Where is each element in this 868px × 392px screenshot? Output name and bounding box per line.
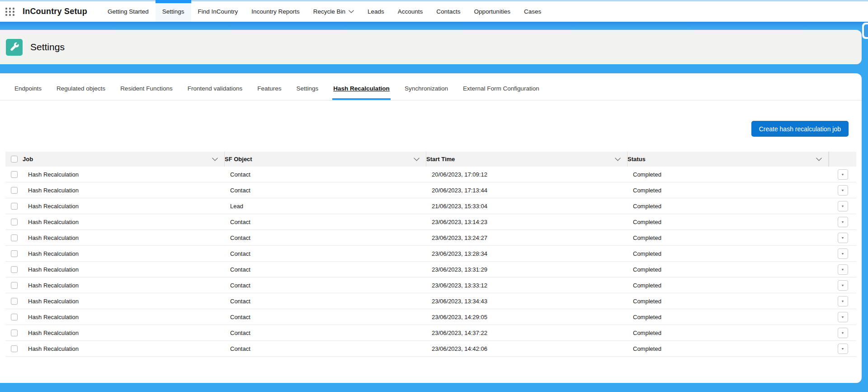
- column-header-job[interactable]: Job: [23, 152, 225, 167]
- row-actions-button[interactable]: ▼: [838, 312, 848, 322]
- sf-object-cell: Contact: [225, 330, 426, 336]
- nav-item-label: Find InCountry: [198, 8, 238, 15]
- table-row[interactable]: Hash Recalculation Lead 21/06/2023, 15:3…: [5, 198, 856, 214]
- tab-synchronization[interactable]: Synchronization: [404, 85, 449, 100]
- chevron-down-icon[interactable]: [212, 158, 218, 161]
- create-hash-recalculation-job-button[interactable]: Create hash recalculation job: [751, 121, 849, 137]
- nav-items: Getting Started Settings Find InCountry …: [101, 1, 548, 22]
- row-actions-button[interactable]: ▼: [838, 233, 848, 243]
- job-cell: Hash Recalculation: [23, 314, 225, 320]
- row-checkbox[interactable]: [11, 282, 18, 289]
- caret-down-icon: ▼: [841, 205, 844, 208]
- start-time-cell: 23/06/2023, 13:24:27: [426, 234, 627, 241]
- table-row[interactable]: Hash Recalculation Contact 23/06/2023, 1…: [5, 341, 856, 357]
- row-checkbox[interactable]: [11, 219, 18, 225]
- nav-item-recycle-bin[interactable]: Recycle Bin: [307, 1, 361, 22]
- row-actions-button[interactable]: ▼: [838, 249, 848, 259]
- tab-external-form-configuration[interactable]: External Form Configuration: [462, 85, 540, 100]
- status-cell: Completed: [627, 250, 829, 257]
- row-checkbox[interactable]: [11, 171, 18, 178]
- table-row[interactable]: Hash Recalculation Contact 20/06/2023, 1…: [5, 182, 856, 198]
- table-header-row: Job SF Object Start Time Status: [5, 152, 856, 167]
- tab-features[interactable]: Features: [256, 85, 282, 100]
- table-row[interactable]: Hash Recalculation Contact 23/06/2023, 1…: [5, 309, 856, 325]
- chevron-down-icon[interactable]: [615, 158, 621, 161]
- tab-resident-functions[interactable]: Resident Functions: [119, 85, 174, 100]
- start-time-cell: 23/06/2023, 14:29:05: [426, 314, 627, 320]
- sf-object-cell: Lead: [225, 203, 426, 210]
- status-cell: Completed: [627, 187, 829, 194]
- row-actions-button[interactable]: ▼: [838, 201, 848, 211]
- row-actions-button[interactable]: ▼: [838, 328, 848, 338]
- nav-item-find-incountry[interactable]: Find InCountry: [191, 1, 245, 22]
- caret-down-icon: ▼: [841, 236, 844, 239]
- caret-down-icon: ▼: [841, 268, 844, 271]
- row-checkbox[interactable]: [11, 345, 18, 352]
- caret-down-icon: ▼: [841, 220, 844, 224]
- row-actions-button[interactable]: ▼: [838, 296, 848, 306]
- table-row[interactable]: Hash Recalculation Contact 23/06/2023, 1…: [5, 325, 856, 341]
- column-header-sf-object[interactable]: SF Object: [225, 152, 426, 167]
- column-header-status[interactable]: Status: [627, 152, 829, 167]
- row-actions-button[interactable]: ▼: [838, 169, 848, 180]
- table-row[interactable]: Hash Recalculation Contact 23/06/2023, 1…: [5, 246, 856, 262]
- start-time-cell: 20/06/2023, 17:09:12: [426, 171, 627, 178]
- nav-item-accounts[interactable]: Accounts: [391, 1, 430, 22]
- start-time-cell: 20/06/2023, 17:13:44: [426, 187, 627, 194]
- status-cell: Completed: [627, 330, 829, 336]
- table-row[interactable]: Hash Recalculation Contact 23/06/2023, 1…: [5, 214, 856, 230]
- nav-item-cases[interactable]: Cases: [517, 1, 548, 22]
- app-launcher-icon[interactable]: [5, 6, 15, 17]
- tab-endpoints[interactable]: Endpoints: [14, 85, 42, 100]
- select-all-checkbox[interactable]: [11, 156, 18, 163]
- job-cell: Hash Recalculation: [23, 234, 225, 241]
- nav-item-label: Contacts: [436, 8, 460, 15]
- sf-object-cell: Contact: [225, 250, 426, 257]
- table-row[interactable]: Hash Recalculation Contact 23/06/2023, 1…: [5, 230, 856, 246]
- row-actions-button[interactable]: ▼: [838, 344, 848, 354]
- row-actions-button[interactable]: ▼: [838, 264, 848, 275]
- row-checkbox[interactable]: [11, 203, 18, 210]
- job-cell: Hash Recalculation: [23, 203, 225, 210]
- chevron-down-icon[interactable]: [349, 10, 354, 13]
- app-window: InCountry Setup Getting Started Settings…: [0, 0, 868, 392]
- tab-frontend-validations[interactable]: Frontend validations: [187, 85, 244, 100]
- nav-item-contacts[interactable]: Contacts: [429, 1, 467, 22]
- start-time-cell: 23/06/2023, 13:14:23: [426, 219, 627, 225]
- sf-object-cell: Contact: [225, 219, 426, 225]
- status-cell: Completed: [627, 345, 829, 352]
- column-header-start-time[interactable]: Start Time: [426, 152, 627, 167]
- row-checkbox[interactable]: [11, 187, 18, 194]
- row-actions-button[interactable]: ▼: [838, 217, 848, 227]
- nav-item-label: Recycle Bin: [313, 8, 345, 15]
- chevron-down-icon[interactable]: [816, 158, 822, 161]
- row-checkbox[interactable]: [11, 298, 18, 305]
- row-checkbox[interactable]: [11, 234, 18, 241]
- row-checkbox[interactable]: [11, 250, 18, 257]
- edge-widget-partial[interactable]: [862, 23, 868, 39]
- nav-item-settings[interactable]: Settings: [156, 1, 191, 22]
- nav-item-label: Incountry Reports: [251, 8, 300, 15]
- row-checkbox[interactable]: [11, 330, 18, 336]
- table-row[interactable]: Hash Recalculation Contact 23/06/2023, 1…: [5, 262, 856, 277]
- row-checkbox[interactable]: [11, 266, 18, 273]
- nav-item-getting-started[interactable]: Getting Started: [101, 1, 156, 22]
- tab-regulated-objects[interactable]: Regulated objects: [56, 85, 106, 100]
- column-header-label: Start Time: [426, 156, 455, 163]
- nav-item-opportunities[interactable]: Opportunities: [467, 1, 517, 22]
- row-actions-button[interactable]: ▼: [838, 280, 848, 291]
- row-actions-button[interactable]: ▼: [838, 185, 848, 196]
- table-row[interactable]: Hash Recalculation Contact 23/06/2023, 1…: [5, 277, 856, 293]
- top-nav-bar: InCountry Setup Getting Started Settings…: [0, 0, 868, 22]
- table-row[interactable]: Hash Recalculation Contact 23/06/2023, 1…: [5, 293, 856, 309]
- nav-item-incountry-reports[interactable]: Incountry Reports: [245, 1, 307, 22]
- nav-item-leads[interactable]: Leads: [361, 1, 391, 22]
- job-cell: Hash Recalculation: [23, 330, 225, 336]
- row-checkbox[interactable]: [11, 314, 18, 320]
- tab-hash-recalculation[interactable]: Hash Recalculation: [332, 85, 391, 100]
- table-row[interactable]: Hash Recalculation Contact 20/06/2023, 1…: [5, 167, 856, 182]
- chevron-down-icon[interactable]: [414, 158, 420, 161]
- tab-settings[interactable]: Settings: [296, 85, 320, 100]
- caret-down-icon: ▼: [841, 300, 844, 303]
- caret-down-icon: ▼: [841, 173, 844, 176]
